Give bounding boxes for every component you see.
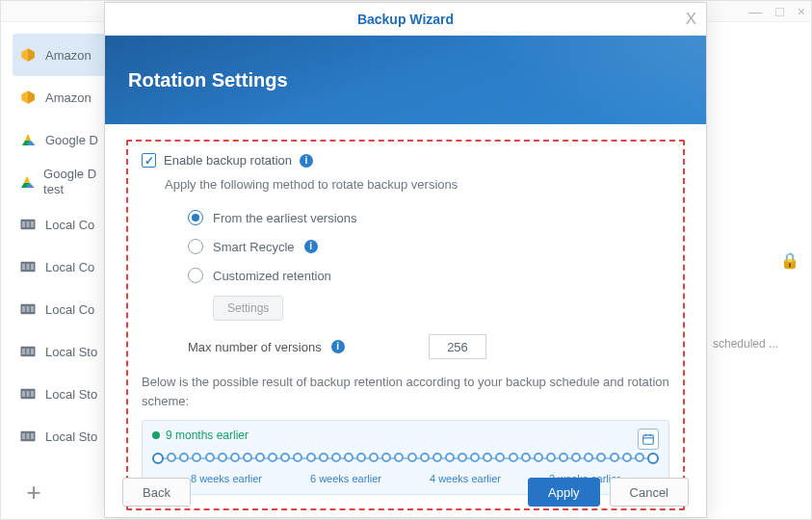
storage-icon xyxy=(18,215,38,234)
modal-title: Backup Wizard xyxy=(357,12,454,27)
radio-earliest-label: From the earliest versions xyxy=(213,211,357,225)
enable-rotation-label: Enable backup rotation xyxy=(164,153,292,168)
sidebar-item-google-drive[interactable]: Google D xyxy=(13,118,118,161)
banner: Rotation Settings xyxy=(105,36,706,124)
apply-method-text: Apply the following method to rotate bac… xyxy=(165,177,669,192)
page-heading: Rotation Settings xyxy=(128,69,288,91)
svg-rect-27 xyxy=(22,433,25,439)
parent-close-button[interactable]: × xyxy=(798,5,805,18)
storage-icon xyxy=(18,427,38,446)
sidebar-item-label: Local Co xyxy=(45,260,94,274)
svg-rect-12 xyxy=(27,264,30,270)
timeline-dots xyxy=(152,453,659,464)
rotation-method-radio-group: From the earliest versions Smart Recycle… xyxy=(188,203,669,290)
sidebar-item-google-drive-test[interactable]: Google D test xyxy=(13,161,118,203)
svg-marker-2 xyxy=(25,134,31,141)
sidebar-item-amazon[interactable]: Amazon xyxy=(13,34,118,76)
max-versions-input[interactable] xyxy=(429,334,486,359)
svg-rect-16 xyxy=(27,306,30,312)
sidebar-item-label: Local Sto xyxy=(45,429,97,444)
sidebar-item-local[interactable]: Local Sto xyxy=(13,373,118,415)
sidebar-item-label: Google D test xyxy=(43,167,113,196)
svg-rect-19 xyxy=(22,349,25,354)
radio-custom-label: Customized retention xyxy=(213,269,331,283)
radio-earliest-versions[interactable] xyxy=(188,210,203,225)
apply-button[interactable]: Apply xyxy=(528,478,600,507)
svg-rect-8 xyxy=(27,221,30,227)
svg-rect-20 xyxy=(27,349,30,354)
svg-rect-25 xyxy=(31,391,34,397)
parent-maximize-button[interactable]: □ xyxy=(775,5,783,18)
modal-titlebar: Backup Wizard X xyxy=(105,3,706,36)
add-task-button[interactable]: + xyxy=(13,475,55,509)
sidebar-item-label: Local Co xyxy=(45,218,94,232)
sidebar-item-label: Local Co xyxy=(45,302,94,317)
sidebar-item-label: Google D xyxy=(45,133,98,147)
back-button[interactable]: Back xyxy=(122,478,191,507)
svg-rect-13 xyxy=(31,264,34,270)
sidebar-item-label: Local Sto xyxy=(45,387,97,402)
storage-icon xyxy=(18,257,38,276)
radio-customized-retention[interactable] xyxy=(188,268,203,283)
svg-rect-28 xyxy=(27,433,30,439)
svg-rect-9 xyxy=(31,221,34,227)
google-drive-icon xyxy=(18,172,36,192)
svg-rect-7 xyxy=(22,221,25,227)
svg-rect-29 xyxy=(31,433,34,439)
svg-marker-5 xyxy=(24,176,30,183)
retention-settings-button: Settings xyxy=(213,296,283,321)
sidebar-item-amazon[interactable]: Amazon xyxy=(13,76,118,118)
radio-smart-recycle[interactable] xyxy=(188,239,203,254)
info-icon[interactable]: i xyxy=(300,154,313,168)
sidebar-item-label: Amazon xyxy=(45,91,92,105)
svg-rect-15 xyxy=(22,306,25,312)
highlight-region: ✓ Enable backup rotation i Apply the fol… xyxy=(126,140,685,510)
svg-rect-21 xyxy=(31,349,34,354)
svg-rect-17 xyxy=(31,306,34,312)
sidebar-item-local[interactable]: Local Sto xyxy=(13,330,118,373)
storage-icon xyxy=(18,299,38,319)
sidebar-item-local[interactable]: Local Co xyxy=(13,203,118,246)
svg-rect-23 xyxy=(22,391,25,397)
svg-rect-11 xyxy=(22,264,25,270)
lock-icon: 🔒 xyxy=(713,251,799,270)
cancel-button[interactable]: Cancel xyxy=(610,478,689,507)
radio-smart-label: Smart Recycle xyxy=(213,240,295,254)
sidebar-item-local[interactable]: Local Co xyxy=(13,246,118,288)
wizard-footer: Back Apply Cancel xyxy=(105,467,706,517)
max-versions-label: Max number of versions xyxy=(188,340,322,354)
sidebar-item-label: Local Sto xyxy=(45,345,97,359)
storage-icon xyxy=(18,342,38,361)
modal-close-button[interactable]: X xyxy=(686,10,696,29)
sidebar-item-local[interactable]: Local Co xyxy=(13,288,118,330)
task-detail-panel: 🔒 scheduled ... xyxy=(713,251,799,351)
amazon-icon xyxy=(18,88,38,107)
backup-task-list: Amazon Amazon Google D Google D test xyxy=(13,34,118,507)
info-icon[interactable]: i xyxy=(331,340,345,353)
storage-icon xyxy=(18,384,38,403)
sidebar-item-label: Amazon xyxy=(45,48,92,63)
timeline-start-dot-icon xyxy=(152,431,160,439)
svg-rect-24 xyxy=(27,391,30,397)
sidebar-item-local[interactable]: Local Sto xyxy=(13,415,118,457)
backup-wizard-modal: Backup Wizard X Rotation Settings ✓ Enab… xyxy=(104,2,707,518)
timeline-start-label: 9 months earlier xyxy=(166,429,249,442)
google-drive-icon xyxy=(18,130,38,149)
task-scheduled-text: scheduled ... xyxy=(713,337,799,351)
parent-minimize-button[interactable]: — xyxy=(748,5,762,18)
retention-preview-text: Below is the possible result of backup r… xyxy=(142,373,669,410)
calendar-icon[interactable] xyxy=(638,429,659,450)
amazon-icon xyxy=(18,45,38,65)
info-icon[interactable]: i xyxy=(304,240,318,253)
enable-rotation-checkbox[interactable]: ✓ xyxy=(142,153,156,168)
svg-rect-30 xyxy=(643,435,654,444)
